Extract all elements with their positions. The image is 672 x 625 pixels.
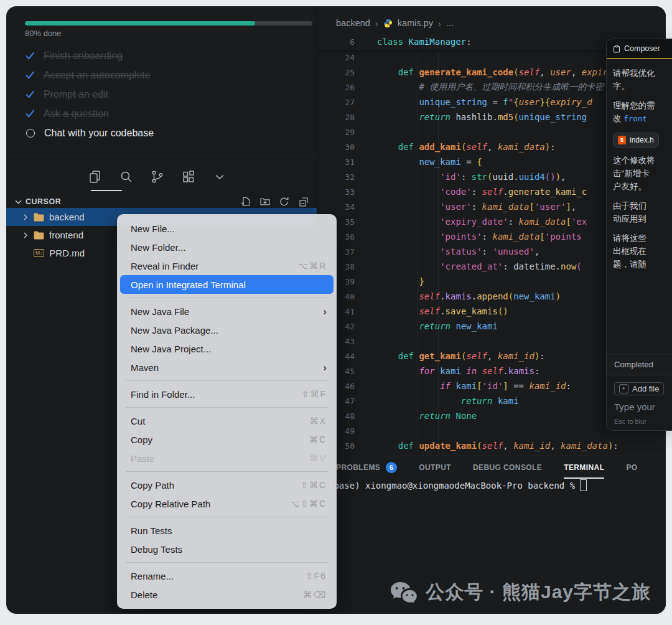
menu-item-shortcut: ⌥⇧⌘C [289, 499, 327, 509]
code-token: , [571, 67, 582, 77]
check-icon [25, 50, 35, 61]
chevron-down-icon[interactable] [212, 169, 228, 185]
code-line: 'points': kami_data['points [377, 232, 582, 242]
new-folder-icon[interactable] [259, 196, 271, 207]
menu-item-label: Delete [131, 590, 157, 600]
menu-item-cut[interactable]: Cut⌘X [117, 411, 337, 430]
breadcrumb-folder[interactable]: backend [336, 18, 370, 28]
files-icon[interactable] [87, 169, 103, 185]
code-token: add_kami [419, 142, 460, 152]
menu-item-shortcut: ⇧⌘C [301, 480, 327, 490]
menu-item-reveal-in-finder[interactable]: Reveal in Finder⌥⌘R [117, 256, 337, 275]
composer-tab[interactable]: Composer [607, 39, 672, 59]
chevron-down-icon[interactable] [15, 199, 22, 205]
code-token [377, 411, 419, 421]
panel-tab-po[interactable]: PO [626, 456, 637, 479]
code-token: self [466, 351, 487, 361]
onboarding-item[interactable]: Prompt an edit [25, 85, 304, 104]
code-token: : [472, 202, 482, 212]
menu-item-debug-tests[interactable]: Debug Tests [117, 540, 337, 558]
terminal[interactable]: (base) xiongmao@xiongmaodeMacBook-Pro ba… [329, 479, 587, 491]
add-file-button[interactable]: + Add file [614, 382, 664, 395]
menu-item-open-in-integrated-terminal[interactable]: Open in Integrated Terminal [120, 275, 334, 294]
code-token: new_kami [419, 157, 460, 167]
composer-text-line: 理解您的需 [613, 99, 672, 112]
source-control-icon[interactable] [149, 169, 166, 185]
menu-item-delete[interactable]: Delete⌘⌫ [117, 585, 337, 604]
check-icon [25, 89, 35, 100]
line-number: 6 [317, 37, 355, 47]
code-token: 'id' [440, 172, 461, 182]
code-token: generate_kami_code [419, 67, 513, 77]
menu-item-new-java-package[interactable]: New Java Package... [117, 321, 337, 339]
breadcrumb-symbol[interactable]: ... [446, 18, 454, 28]
search-icon[interactable] [118, 169, 134, 185]
menu-item-new-file[interactable]: New File... [117, 219, 337, 238]
code-line-row: 50 def update_kami(self, kami_id, kami_d… [317, 438, 666, 453]
onboarding-item[interactable]: Chat with your codebase [25, 123, 304, 143]
clipboard-icon [613, 45, 620, 53]
menu-item-maven[interactable]: Maven› [117, 358, 337, 377]
collapse-all-icon[interactable] [298, 196, 309, 207]
line-number: 26 [317, 83, 355, 92]
panel-tab-label: PROBLEMS [336, 463, 380, 472]
code-token: KamiManager [409, 37, 467, 47]
menu-item-rename[interactable]: Rename...⇧F6 [117, 566, 337, 585]
code-token: kamis [446, 291, 472, 301]
chevron-right-icon: › [438, 18, 441, 29]
composer-body: 请帮我优化字。理解您的需改 front5index.h这个修改将击"新增卡户友好… [607, 59, 672, 430]
breadcrumb-file[interactable]: kamis.py [398, 18, 433, 28]
panel-tab-terminal[interactable]: TERMINAL [564, 456, 604, 479]
code-line: 'status': 'unused', [377, 247, 539, 256]
onboarding-item[interactable]: Finish onboarding [25, 46, 304, 65]
code-token: get_kami [419, 351, 460, 361]
menu-item-copy[interactable]: Copy⌘C [117, 430, 337, 449]
panel-tabs: PROBLEMS6OUTPUTDEBUG CONSOLETERMINALPO [317, 456, 666, 479]
code-token: 'user' [534, 202, 566, 212]
menu-item-new-java-file[interactable]: New Java File› [117, 302, 337, 321]
menu-item-new-folder[interactable]: New Folder... [117, 238, 337, 256]
new-file-icon[interactable] [240, 196, 251, 207]
terminal-prompt: (base) xiongmao@xiongmaodeMacBook-Pro ba… [329, 481, 575, 491]
menu-item-shortcut: ⌘V [310, 453, 327, 463]
menu-item-paste: Paste⌘V [117, 449, 337, 468]
onboarding-item[interactable]: Ask a question [25, 104, 304, 123]
composer-panel: Composer 请帮我优化字。理解您的需改 front5index.h这个修改… [606, 39, 672, 431]
code-token [377, 142, 398, 152]
code-line: class KamiManager: [377, 37, 472, 47]
composer-input-placeholder[interactable]: Type your [614, 402, 665, 412]
menu-item-label: Reveal in Finder [131, 261, 198, 271]
panel-tab-debug-console[interactable]: DEBUG CONSOLE [473, 456, 542, 479]
menu-item-copy-path[interactable]: Copy Path⇧⌘C [117, 476, 337, 494]
file-chip[interactable]: 5index.h [613, 133, 659, 148]
code-line: 'expiry_date': kami_data['ex [377, 217, 587, 227]
panel-tab-output[interactable]: OUTPUT [419, 456, 451, 479]
code-token: def [398, 351, 419, 361]
onboarding-progress-bar [25, 21, 312, 26]
menu-item-label: New File... [131, 223, 175, 234]
code-token: 'points [545, 232, 582, 242]
code-line: # 使用用户名、过期时间和积分生成唯一的卡密 [377, 82, 604, 93]
onboarding-item[interactable]: Accept an autocomplete [25, 65, 304, 85]
code-token [377, 202, 440, 212]
menu-item-run-tests[interactable]: Run Tests [117, 521, 337, 540]
menu-item-new-java-project[interactable]: New Java Project... [117, 339, 337, 358]
menu-item-copy-relative-path[interactable]: Copy Relative Path⌥⇧⌘C [117, 494, 337, 513]
code-token [377, 217, 440, 227]
code-token: ] [503, 381, 508, 391]
composer-text-token: 字。 [613, 82, 630, 91]
watermark-text: 公众号 · 熊猫Jay字节之旅 [426, 580, 651, 605]
menu-item-label: Maven [131, 362, 159, 373]
code-token: user [519, 97, 540, 107]
extensions-icon[interactable] [180, 169, 197, 185]
refresh-icon[interactable] [279, 196, 290, 207]
code-token: ) [556, 172, 561, 182]
menu-item-find-in-folder[interactable]: Find in Folder...⇧⌘F [117, 385, 337, 403]
submenu-arrow-icon: › [323, 306, 327, 317]
code-token: save_kamis [446, 306, 498, 316]
code-token: kami [498, 396, 519, 406]
menu-item-label: Run Tests [131, 525, 172, 536]
code-token: 'created_at' [440, 261, 503, 271]
panel-tab-problems[interactable]: PROBLEMS6 [336, 456, 397, 479]
code-token: , [503, 441, 513, 451]
